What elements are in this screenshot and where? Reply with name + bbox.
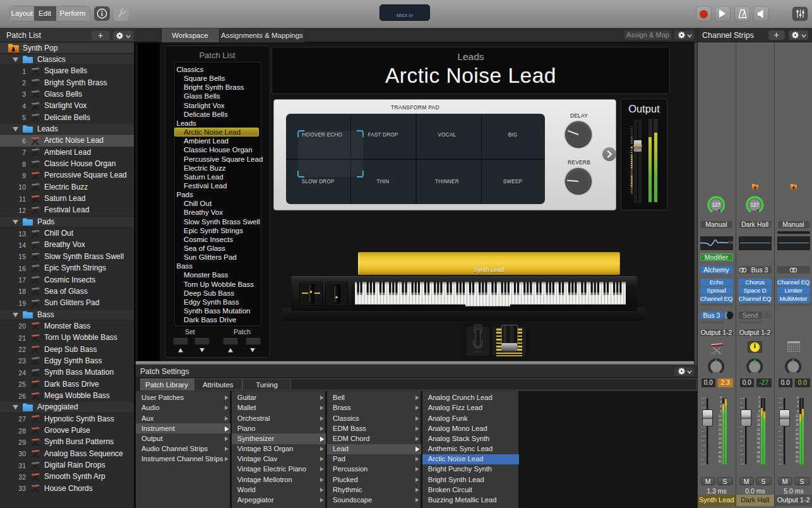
svg-text:127: 127	[751, 202, 760, 208]
svg-text:127: 127	[712, 202, 721, 208]
